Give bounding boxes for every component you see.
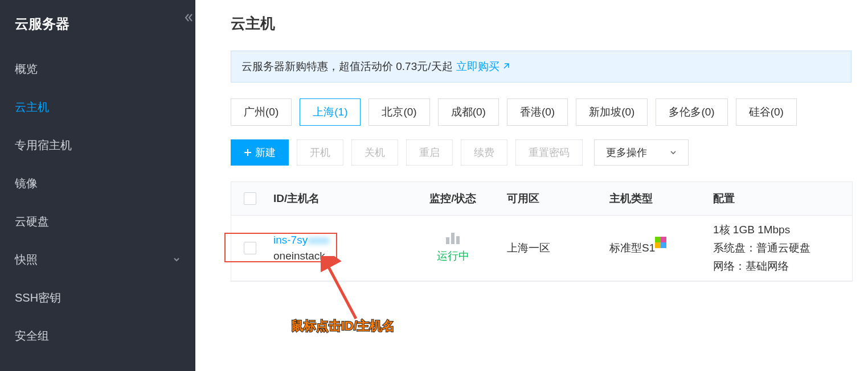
- row-checkbox[interactable]: [244, 242, 256, 254]
- plus-icon: [244, 149, 252, 156]
- region-tab-siliconvalley[interactable]: 硅谷(0): [736, 98, 797, 126]
- page-title: 云主机: [231, 14, 868, 34]
- th-type: 主机类型: [605, 191, 709, 206]
- promo-banner: 云服务器新购特惠，超值活动价 0.73元/天起 立即购买: [231, 51, 851, 83]
- sidebar-item-overview[interactable]: 概览: [0, 50, 195, 88]
- table-header: ID/主机名 监控/状态 可用区 主机类型 配置: [231, 182, 852, 216]
- region-tab-guangzhou[interactable]: 广州(0): [231, 98, 292, 126]
- sidebar-item-cvm[interactable]: 云主机: [0, 88, 195, 126]
- main: 云主机 云服务器新购特惠，超值活动价 0.73元/天起 立即购买 广州(0) 上…: [195, 0, 868, 371]
- toolbar: 新建 开机 关机 重启 续费 重置密码 更多操作: [231, 139, 868, 166]
- monitor-chart-icon[interactable]: [446, 233, 460, 244]
- region-tabs: 广州(0) 上海(1) 北京(0) 成都(0) 香港(0) 新加坡(0) 多伦多…: [231, 98, 868, 126]
- select-all-checkbox[interactable]: [244, 192, 256, 205]
- region-tab-beijing[interactable]: 北京(0): [369, 98, 429, 126]
- chevron-down-icon: [173, 253, 181, 266]
- sidebar-item-snapshot[interactable]: 快照: [0, 241, 195, 279]
- sidebar-item-image[interactable]: 镜像: [0, 164, 195, 203]
- sidebar-item-ssh-key[interactable]: SSH密钥: [0, 279, 195, 317]
- region-tab-hongkong[interactable]: 香港(0): [507, 98, 568, 126]
- chevron-down-icon: [670, 149, 677, 156]
- type-colored-icon: [661, 242, 673, 255]
- region-tab-chengdu[interactable]: 成都(0): [438, 98, 499, 126]
- cell-zone: 上海一区: [502, 241, 605, 255]
- sidebar: 云服务器 概览 云主机 专用宿主机 镜像 云硬盘 快照 SSH密钥 安全组: [0, 0, 195, 371]
- more-actions-dropdown[interactable]: 更多操作: [594, 139, 689, 166]
- th-config: 配置: [709, 191, 852, 206]
- chevron-left-double-icon: [185, 13, 194, 22]
- restart-button[interactable]: 重启: [406, 139, 453, 166]
- annotation-text: 鼠标点击ID/主机名: [291, 318, 395, 335]
- table-row: ins-7syxxxx oneinstack 运行中 上海一区 标准型S1: [231, 216, 852, 281]
- stop-button[interactable]: 关机: [351, 139, 398, 166]
- reset-password-button[interactable]: 重置密码: [515, 139, 583, 166]
- new-button[interactable]: 新建: [231, 139, 289, 166]
- start-button[interactable]: 开机: [297, 139, 343, 166]
- sidebar-title: 云服务器: [0, 13, 195, 50]
- region-tab-shanghai[interactable]: 上海(1): [300, 98, 361, 126]
- th-id: ID/主机名: [269, 191, 403, 206]
- sidebar-item-cbs[interactable]: 云硬盘: [0, 203, 195, 241]
- promo-text: 云服务器新购特惠，超值活动价 0.73元/天起: [241, 59, 453, 74]
- instances-table: ID/主机名 监控/状态 可用区 主机类型 配置 ins-7syxxxx one…: [231, 182, 853, 282]
- sidebar-item-security-group[interactable]: 安全组: [0, 317, 195, 355]
- cell-type: 标准型S1: [605, 241, 709, 255]
- sidebar-item-dedicated-host[interactable]: 专用宿主机: [0, 126, 195, 164]
- promo-link[interactable]: 立即购买: [456, 59, 510, 74]
- instance-id-link[interactable]: ins-7syxxxx: [273, 234, 399, 246]
- th-zone: 可用区: [502, 191, 605, 206]
- cell-config: 1核 1GB 1Mbps 系统盘：普通云硬盘 网络：基础网络: [709, 221, 852, 276]
- region-tab-singapore[interactable]: 新加坡(0): [576, 98, 648, 126]
- instance-name: oneinstack: [273, 250, 399, 262]
- th-monitor: 监控/状态: [403, 191, 502, 206]
- status-badge: 运行中: [437, 249, 469, 263]
- external-link-icon: [502, 63, 510, 71]
- region-tab-toronto[interactable]: 多伦多(0): [656, 98, 727, 126]
- renew-button[interactable]: 续费: [461, 139, 507, 166]
